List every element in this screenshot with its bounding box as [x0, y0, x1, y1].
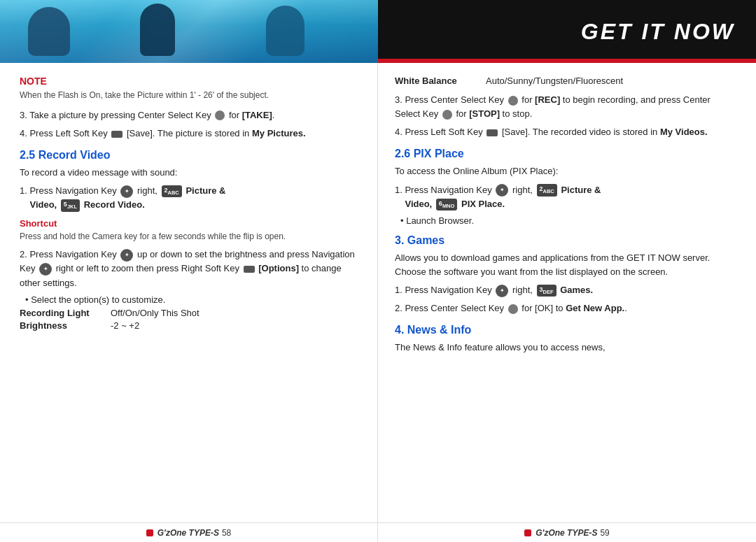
- left-column: NOTE When the Flash is On, take the Pict…: [0, 63, 378, 542]
- section-25-title: 2.5 Record Video: [20, 149, 360, 162]
- note-label: NOTE: [20, 76, 360, 87]
- games-step2: 2. Press Center Select Key for [OK] to G…: [395, 301, 736, 315]
- table-row-recording: Recording Light Off/On/Only This Shot: [20, 308, 360, 318]
- footer-left: G'zOne TYPE-S 58: [0, 522, 378, 542]
- right-step3-rec: 3. Press Center Select Key for [REC] to …: [395, 93, 736, 121]
- right-step4-save: 4. Press Left Soft Key [Save]. The recor…: [395, 125, 736, 139]
- section-3-intro: Allows you to download games and applica…: [395, 251, 736, 279]
- step1-text: 1. Press Navigation Key: [20, 185, 117, 196]
- footer-brand-right: G'zOne TYPE-S: [536, 528, 597, 538]
- nav-key-icon: [120, 185, 133, 198]
- bullet-launch: • Launch Browser.: [400, 215, 736, 226]
- nav-key-up-down: [120, 249, 133, 262]
- brightness-label: Brightness: [20, 320, 111, 331]
- table-row-brightness: Brightness -2 ~ +2: [20, 320, 360, 331]
- select-key-rec: [508, 96, 518, 106]
- recording-light-value: Off/On/Only This Shot: [111, 308, 200, 318]
- games-step1: 1. Press Navigation Key right, 3DEF Game…: [395, 283, 736, 297]
- footer-dot-right: [524, 529, 531, 536]
- footer: G'zOne TYPE-S 58 G'zOne TYPE-S 59: [0, 522, 756, 542]
- right-soft-key-icon: [244, 266, 255, 273]
- nav-key-pix: [496, 184, 508, 197]
- step4-mid: [Save]. The picture is stored in: [127, 128, 249, 138]
- wb-value: Auto/Sunny/Tungsten/Fluorescent: [486, 76, 623, 86]
- brightness-value: -2 ~ +2: [111, 320, 139, 331]
- section-4-intro: The News & Info feature allows you to ac…: [395, 341, 736, 355]
- left-soft-key-icon: [111, 131, 122, 138]
- top-banner: GET IT NOW: [0, 0, 756, 63]
- pix-step1: 1. Press Navigation Key right, 2ABC Pict…: [395, 183, 736, 211]
- step-3-take: 3. Take a picture by pressing Center Sel…: [20, 108, 360, 122]
- page-title: GET IT NOW: [581, 19, 735, 45]
- table-row-wb: White Balance Auto/Sunny/Tungsten/Fluore…: [395, 76, 736, 86]
- key-badge-6mno: 6MNO: [436, 199, 458, 211]
- note-text: When the Flash is On, take the Picture w…: [20, 90, 360, 101]
- nav-key-lr: [39, 263, 52, 276]
- step3-text: 3. Take a picture by pressing Center Sel…: [20, 110, 211, 120]
- section-26-title: 2.6 PIX Place: [395, 148, 736, 160]
- section-3-title: 3. Games: [395, 234, 736, 247]
- bullet-select: • Select the option(s) to customize.: [25, 294, 360, 305]
- main-content: NOTE When the Flash is On, take the Pict…: [0, 63, 756, 542]
- step4-destination: My Pictures.: [252, 128, 306, 138]
- section-25-intro: To record a video message with sound:: [20, 166, 360, 180]
- key-badge-2abc-pix: 2ABC: [537, 184, 557, 196]
- left-soft-key-save-icon: [486, 129, 498, 136]
- footer-dot-left: [146, 529, 153, 536]
- shortcut-text: Press and hold the Camera key for a few …: [20, 231, 360, 243]
- recording-light-label: Recording Light: [20, 308, 111, 318]
- banner-photo: [0, 0, 378, 63]
- step4-text: 4. Press Left Soft Key: [20, 128, 108, 138]
- step-2-brightness: 2. Press Navigation Key up or down to se…: [20, 248, 360, 290]
- select-key-stop: [442, 110, 452, 120]
- step-1-nav: 1. Press Navigation Key right, 2ABC Pict…: [20, 184, 360, 212]
- section-26-intro: To access the Online Album (PIX Place):: [395, 164, 736, 178]
- key-badge-5: 5JKL: [61, 199, 80, 211]
- banner-title-area: GET IT NOW: [378, 0, 756, 63]
- footer-page-right: 59: [600, 528, 609, 538]
- footer-page-left: 58: [222, 528, 231, 538]
- step3-action: [TAKE]: [242, 110, 272, 120]
- wb-label: White Balance: [395, 76, 486, 86]
- footer-right: G'zOne TYPE-S 59: [378, 522, 756, 542]
- key-badge-3def: 3DEF: [537, 285, 556, 297]
- key-badge-2abc: 2ABC: [162, 185, 182, 197]
- nav-key-games: [496, 285, 508, 297]
- section-4-title: 4. News & Info: [395, 324, 736, 336]
- right-column: White Balance Auto/Sunny/Tungsten/Fluore…: [378, 63, 756, 542]
- red-accent-bar: [378, 59, 756, 63]
- select-key-icon: [215, 110, 225, 120]
- footer-brand-left: G'zOne TYPE-S: [158, 528, 219, 538]
- shortcut-label: Shortcut: [20, 218, 360, 229]
- step-4-save: 4. Press Left Soft Key [Save]. The pictu…: [20, 127, 360, 141]
- select-key-games: [508, 304, 518, 314]
